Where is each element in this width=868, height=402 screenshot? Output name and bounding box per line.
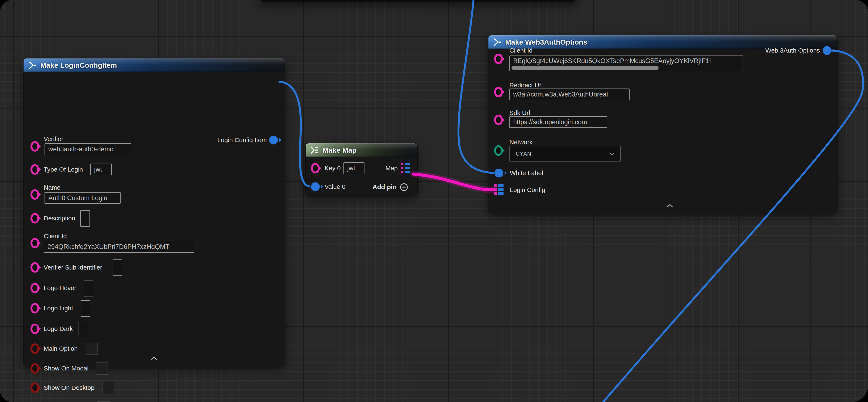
node-make-loginconfigitem[interactable]: Make LoginConfigItem Login Config Item V…: [24, 58, 285, 366]
add-pin-label: Add pin: [372, 183, 397, 191]
client-id-value: BEglQSgt4cUWcj6SKRdu5QkOXTsePmMcusG5EAoy…: [513, 57, 711, 65]
make-struct-icon: [493, 37, 502, 47]
node-title: Make LoginConfigItem: [40, 61, 117, 69]
pin-label-client-id: Client Id: [44, 233, 67, 240]
pin-label-type-of-login: Type Of Login: [44, 166, 83, 173]
offscreen-node-bottom-edge: [260, 0, 576, 2]
pin-description[interactable]: [30, 213, 39, 224]
verifier-input[interactable]: web3auth-auth0-demo: [44, 143, 131, 155]
pin-map-output[interactable]: [401, 163, 410, 173]
add-pin-plus-icon: [400, 183, 408, 192]
redirect-url-input[interactable]: w3a://com.w3a.Web3AuthUnreal: [509, 88, 629, 100]
chevron-down-icon: [609, 152, 615, 155]
pin-label-logo-dark: Logo Dark: [44, 325, 73, 333]
verifier-sub-identifier-input[interactable]: [113, 259, 122, 276]
pin-value-0[interactable]: [311, 182, 320, 191]
key-0-input[interactable]: jwt: [343, 162, 365, 174]
logo-light-input[interactable]: [81, 300, 90, 317]
pin-label-redirect-url: Redirect Url: [509, 82, 542, 89]
pin-verifier[interactable]: [30, 141, 39, 151]
node-make-web3authoptions[interactable]: Make Web3AuthOptions Web 3Auth Options C…: [488, 35, 837, 213]
pin-type-of-login[interactable]: [30, 164, 39, 175]
pin-client-id[interactable]: [30, 238, 39, 248]
wire-map-to-loginconfig[interactable]: [413, 174, 494, 190]
node-header[interactable]: Make Map: [306, 143, 417, 157]
pin-label-show-on-modal: Show On Modal: [44, 365, 88, 372]
pin-label-login-config-item: Login Config Item: [217, 137, 267, 144]
pin-label-verifier: Verifier: [44, 135, 63, 143]
node-header[interactable]: Make LoginConfigItem: [24, 58, 285, 72]
pin-show-on-modal[interactable]: [30, 363, 39, 374]
pin-login-config[interactable]: [494, 184, 503, 195]
pin-sdk-url[interactable]: [494, 115, 503, 125]
pin-label-description: Description: [44, 215, 75, 222]
logo-dark-input[interactable]: [79, 321, 88, 337]
pin-logo-hover[interactable]: [30, 283, 39, 293]
pin-label-login-config: Login Config: [510, 186, 545, 194]
pin-label-logo-light: Logo Light: [44, 305, 73, 312]
node-make-map[interactable]: Make Map Key 0 jwt Map Value 0 Add pin: [306, 143, 417, 196]
node-title: Make Map: [322, 146, 357, 154]
pin-label-key-0: Key 0: [324, 165, 341, 172]
logo-hover-input[interactable]: [84, 280, 93, 296]
blueprint-graph-canvas[interactable]: Make LoginConfigItem Login Config Item V…: [0, 0, 868, 402]
pin-label-value-0: Value 0: [324, 183, 346, 190]
name-input[interactable]: Auth0 Custom Login: [44, 192, 121, 204]
client-id-scrollbar[interactable]: [512, 66, 658, 70]
pin-show-on-desktop[interactable]: [30, 382, 39, 393]
pin-main-option[interactable]: [30, 343, 39, 354]
pin-key-0[interactable]: [311, 163, 320, 173]
wire-map-to-loginconfig-glow: [413, 174, 494, 190]
sdk-url-input[interactable]: https://sdk.openlogin.com: [509, 116, 607, 128]
network-dropdown[interactable]: CYAN: [509, 146, 621, 162]
pin-label-logo-hover: Logo Hover: [44, 285, 76, 292]
pin-label-show-on-desktop: Show On Desktop: [44, 384, 95, 391]
pin-label-sdk-url: Sdk Url: [509, 109, 530, 116]
pin-label-map: Map: [385, 165, 398, 172]
show-on-desktop-checkbox[interactable]: [102, 382, 114, 394]
description-input[interactable]: [80, 210, 90, 227]
pin-verifier-sub-identifier[interactable]: [30, 262, 39, 273]
collapse-advanced-chevron-icon[interactable]: [667, 204, 673, 208]
pin-network[interactable]: [494, 145, 503, 156]
pin-white-label[interactable]: [495, 169, 503, 177]
pin-logo-dark[interactable]: [30, 323, 39, 334]
pin-label-white-label: White Label: [510, 169, 543, 177]
client-id-input[interactable]: 294QRkchfq2YaXUbPri7D6PH7xzHgQMT: [44, 241, 194, 253]
make-struct-icon: [28, 61, 37, 70]
add-pin-button[interactable]: Add pin: [372, 183, 408, 192]
pin-label-client-id: Client Id: [509, 47, 532, 54]
pin-name[interactable]: [30, 189, 39, 200]
pin-web3auth-options-output[interactable]: [823, 46, 832, 55]
network-selected-value: CYAN: [516, 150, 531, 157]
pin-client-id[interactable]: [494, 54, 503, 64]
pin-login-config-item-output[interactable]: [269, 136, 278, 144]
pin-label-network: Network: [509, 139, 532, 146]
pin-redirect-url[interactable]: [494, 87, 503, 97]
type-of-login-input[interactable]: jwt: [90, 164, 112, 175]
pin-label-name: Name: [44, 184, 61, 191]
collapse-advanced-chevron-icon[interactable]: [151, 356, 157, 361]
show-on-modal-checkbox[interactable]: [96, 363, 108, 375]
pin-logo-light[interactable]: [30, 303, 39, 314]
node-title: Make Web3AuthOptions: [505, 38, 587, 46]
main-option-checkbox[interactable]: [86, 343, 98, 355]
pin-label-web3auth-options: Web 3Auth Options: [765, 47, 820, 54]
show-on-mobile-checkbox[interactable]: [97, 401, 110, 402]
pin-label-main-option: Main Option: [44, 345, 78, 352]
make-map-icon: [310, 145, 319, 155]
pin-label-verifier-sub-identifier: Verifier Sub Identifier: [44, 264, 102, 271]
